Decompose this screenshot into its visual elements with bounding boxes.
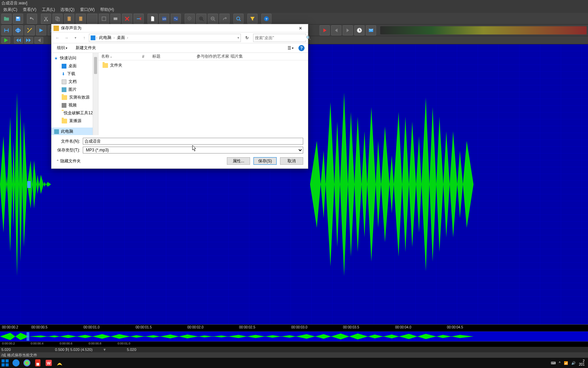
zoom-fit-button[interactable] <box>185 14 195 24</box>
nav-breadcrumb[interactable]: › 此电脑 › 桌面 › ▾ <box>89 34 241 42</box>
play-button[interactable] <box>1 37 10 44</box>
dialog-title-bar[interactable]: 保存声音为 ✕ <box>51 24 308 32</box>
dialog-app-icon <box>53 26 59 31</box>
search-input[interactable] <box>255 35 306 40</box>
chevron-right-icon[interactable]: › <box>113 36 114 40</box>
properties-button[interactable]: 属性... <box>227 157 250 165</box>
sidebar-desktop[interactable]: 桌面 <box>51 62 93 70</box>
zoom-in-button[interactable] <box>196 14 206 24</box>
chevron-right-icon[interactable]: › <box>127 36 128 40</box>
undo-button[interactable] <box>27 14 37 24</box>
tool-123-button[interactable]: 123 <box>159 14 169 24</box>
nav-history-button[interactable]: ▾ <box>71 34 79 42</box>
sidebar-quick-access[interactable]: ★快速访问 <box>51 54 93 62</box>
taskbar-app-4[interactable]: W <box>44 358 53 367</box>
menu-window[interactable]: 窗口(W) <box>78 6 97 13</box>
globe-button[interactable] <box>13 25 23 35</box>
breadcrumb-root[interactable]: 此电脑 <box>98 35 113 41</box>
new-file-button[interactable] <box>148 14 158 24</box>
edit-tool-button[interactable] <box>25 25 35 35</box>
col-artists[interactable]: 参与创作的艺术家 <box>197 54 231 59</box>
save-button[interactable] <box>13 14 23 24</box>
sidebar-folder-2[interactable]: 悦盒破解工具12 <box>51 109 93 117</box>
menu-effects[interactable]: 效果(C) <box>1 6 19 13</box>
sidebar-scrollbar[interactable] <box>93 53 98 135</box>
menu-options[interactable]: 选项(Q) <box>58 6 76 13</box>
zoom-out-button[interactable] <box>208 14 218 24</box>
nav-refresh-button[interactable]: ↻ <box>243 34 251 42</box>
dialog-help-button[interactable]: ? <box>298 45 305 51</box>
overview-waveform[interactable] <box>0 331 588 341</box>
marker-tool-button[interactable] <box>1 25 12 35</box>
time-ruler[interactable]: 00:00:00.2 00:00:00.5 00:00:01.0 00:00:0… <box>0 324 588 331</box>
selection-marker[interactable] <box>27 181 31 188</box>
dialog-close-button[interactable]: ✕ <box>295 25 306 32</box>
paste-button[interactable] <box>64 14 74 24</box>
sidebar-this-pc[interactable]: 此电脑 <box>51 128 93 135</box>
nav-up-button[interactable]: ↑ <box>80 34 88 42</box>
mail-button[interactable] <box>366 25 376 35</box>
sidebar-pictures[interactable]: 图片 <box>51 86 93 93</box>
paste-new-button[interactable] <box>76 14 86 24</box>
sidebar-folder-1[interactable]: 实测有效源 <box>51 93 93 101</box>
tray-network-icon[interactable]: 📶 <box>564 361 568 365</box>
tray-volume-icon[interactable]: 🔊 <box>571 361 575 365</box>
filter-button[interactable] <box>247 14 258 24</box>
cancel-button[interactable]: 取消 <box>280 157 303 165</box>
help-button[interactable]: ? <box>261 14 272 24</box>
col-title[interactable]: 标题 <box>152 54 197 59</box>
next-button[interactable] <box>343 25 353 35</box>
taskbar-app-1[interactable] <box>12 358 20 367</box>
sidebar-downloads[interactable]: ⬇下载 <box>51 70 93 78</box>
nav-forward-button[interactable]: → <box>62 34 71 42</box>
menu-help[interactable]: 帮助(H) <box>98 6 116 13</box>
taskbar-app-3[interactable] <box>33 358 42 367</box>
record-button[interactable] <box>320 25 330 35</box>
col-name[interactable]: 名称 ▴ <box>101 54 142 59</box>
clock-button[interactable] <box>354 25 365 35</box>
nav-back-button[interactable]: ← <box>53 34 62 42</box>
silence-button[interactable] <box>134 14 144 24</box>
col-track[interactable]: # <box>142 54 152 59</box>
search-icon[interactable]: 🔍 <box>306 35 311 40</box>
taskbar-app-5[interactable] <box>55 358 64 367</box>
sidebar-folder-3[interactable]: 直播源 <box>51 117 93 125</box>
mix-new-button[interactable] <box>99 14 109 24</box>
tray-chevron-icon[interactable]: ^ <box>559 361 561 365</box>
new-folder-button[interactable]: 新建文件夹 <box>74 44 98 51</box>
chevron-down-icon[interactable]: ▾ <box>237 36 239 40</box>
taskbar-start[interactable] <box>1 358 10 367</box>
prev-button[interactable] <box>331 25 341 35</box>
forward-button[interactable] <box>36 25 46 35</box>
taskbar-app-2[interactable] <box>22 358 31 367</box>
redo-button[interactable] <box>219 14 230 24</box>
save-file-button[interactable]: 保存(S) <box>253 157 277 165</box>
cut-button[interactable] <box>41 14 51 24</box>
tray-ime-icon[interactable]: ⌨ <box>551 361 556 365</box>
filetype-select[interactable]: MP3 (*.mp3) <box>83 147 303 153</box>
filename-input[interactable] <box>83 138 303 145</box>
breadcrumb-current[interactable]: 桌面 <box>115 35 126 41</box>
trim-button[interactable] <box>110 14 121 24</box>
mix-button[interactable] <box>87 14 97 24</box>
view-options-button[interactable]: ☰ ▾ <box>285 45 296 51</box>
chevron-right-icon[interactable]: › <box>96 36 97 40</box>
tool-wave-button[interactable] <box>171 14 181 24</box>
analyze-button[interactable] <box>233 14 244 24</box>
copy-button[interactable] <box>52 14 63 24</box>
col-album[interactable]: 唱片集 <box>231 54 265 59</box>
open-button[interactable] <box>1 14 12 24</box>
menu-view[interactable]: 查看(V) <box>21 6 38 13</box>
sidebar-video[interactable]: 视频 <box>51 101 93 109</box>
organize-button[interactable]: 组织 ▾ <box>55 44 69 51</box>
file-list-body[interactable]: 文件夹 <box>98 60 308 135</box>
file-row[interactable]: 文件夹 <box>101 62 305 69</box>
begin-button[interactable] <box>34 37 43 44</box>
nav-search-box[interactable]: 🔍 <box>253 34 306 42</box>
rewind-button[interactable] <box>14 37 23 44</box>
sidebar-documents[interactable]: 文档 <box>51 78 93 86</box>
hide-folders-toggle[interactable]: ⌃ 隐藏文件夹 <box>56 158 81 164</box>
menu-tools[interactable]: 工具(L) <box>40 6 57 13</box>
fast-forward-button[interactable] <box>24 37 33 44</box>
delete-button[interactable] <box>122 14 132 24</box>
